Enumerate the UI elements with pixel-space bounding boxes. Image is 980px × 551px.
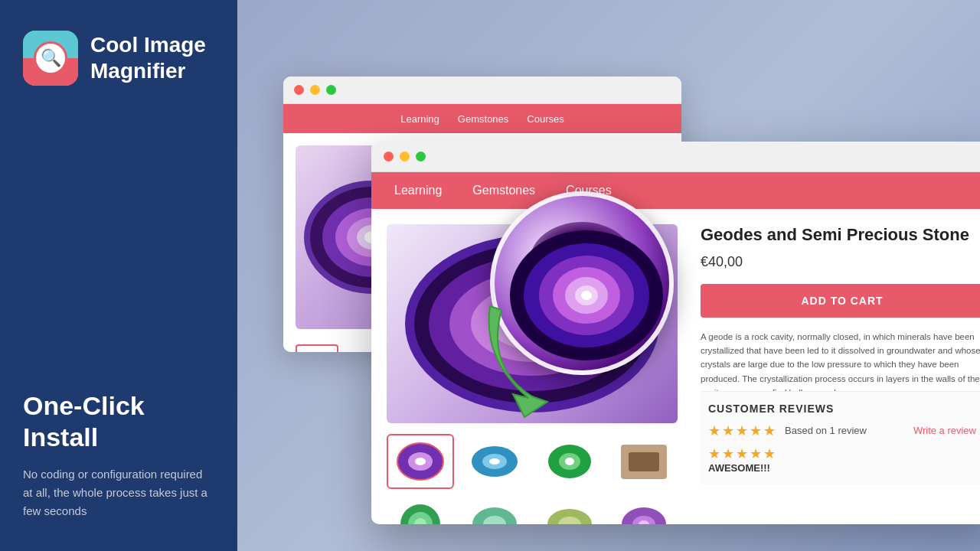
bg-nav-gemstones[interactable]: Gemstones [458, 113, 508, 125]
svg-rect-31 [629, 452, 659, 471]
traffic-light-yellow [310, 85, 320, 95]
product-description: A geode is a rock cavity, normally close… [701, 330, 980, 391]
traffic-light-green [326, 85, 336, 95]
bg-thumb-1[interactable] [296, 344, 338, 352]
bg-nav-courses[interactable]: Courses [527, 113, 564, 125]
browser-fg-body: Geodes and Semi Precious Stone €40,00 AD… [371, 209, 980, 524]
svg-point-29 [565, 458, 574, 465]
green-arrow [467, 291, 620, 429]
thumb-7[interactable] [536, 497, 603, 524]
app-icon [23, 31, 78, 86]
browser-fg-titlebar [371, 142, 980, 172]
product-info-section: Geodes and Semi Precious Stone €40,00 AD… [693, 209, 980, 524]
svg-point-23 [415, 458, 426, 465]
left-bottom-content: One-Click Install No coding or configura… [23, 390, 214, 520]
write-review-link[interactable]: Write a review [913, 425, 976, 436]
review-text: AWESOME!!! [708, 462, 976, 474]
browser-window-foreground: Learning Gemstones Courses [371, 142, 980, 524]
fg-traffic-light-red [384, 152, 394, 161]
thumb-8[interactable] [611, 497, 678, 524]
svg-point-26 [489, 458, 500, 465]
reviews-section: CUSTOMER REVIEWS ★★★★★ Based on 1 review… [701, 391, 980, 484]
fg-traffic-light-green [416, 152, 426, 161]
review-stars: ★★★★★ [708, 422, 777, 439]
add-to-cart-button[interactable]: ADD TO CART [701, 284, 980, 318]
right-panel: Learning Gemstones Courses [237, 0, 980, 551]
individual-review-stars: ★★★★★ [708, 445, 976, 462]
browser-bg-titlebar [283, 77, 681, 104]
reviews-row: ★★★★★ Based on 1 review Write a review [708, 422, 976, 439]
product-thumbnails [387, 434, 678, 524]
traffic-light-red [294, 85, 304, 95]
fg-nav-learning[interactable]: Learning [394, 184, 442, 197]
thumb-2[interactable] [462, 434, 529, 489]
left-panel: Cool Image Magnifier One-Click Install N… [0, 0, 237, 551]
product-price: €40,00 [701, 254, 980, 270]
thumb-1[interactable] [387, 434, 454, 489]
one-click-description: No coding or configuration required at a… [23, 465, 214, 520]
product-title: Geodes and Semi Precious Stone [701, 224, 980, 246]
browser-fg-nav: Learning Gemstones Courses [371, 172, 980, 209]
app-header: Cool Image Magnifier [23, 31, 214, 86]
browser-bg-nav: Learning Gemstones Courses [283, 104, 681, 133]
reviews-count: Based on 1 review [785, 425, 867, 436]
thumb-4[interactable] [611, 434, 678, 489]
thumb-3[interactable] [536, 434, 603, 489]
fg-traffic-light-yellow [400, 152, 410, 161]
thumb-5[interactable] [387, 497, 454, 524]
reviews-title: CUSTOMER REVIEWS [708, 403, 976, 415]
app-title: Cool Image Magnifier [90, 32, 214, 83]
app-icon-magnifier [34, 41, 67, 75]
thumb-6[interactable] [462, 497, 529, 524]
one-click-headline: One-Click Install [23, 390, 214, 453]
bg-nav-learning[interactable]: Learning [400, 113, 439, 125]
